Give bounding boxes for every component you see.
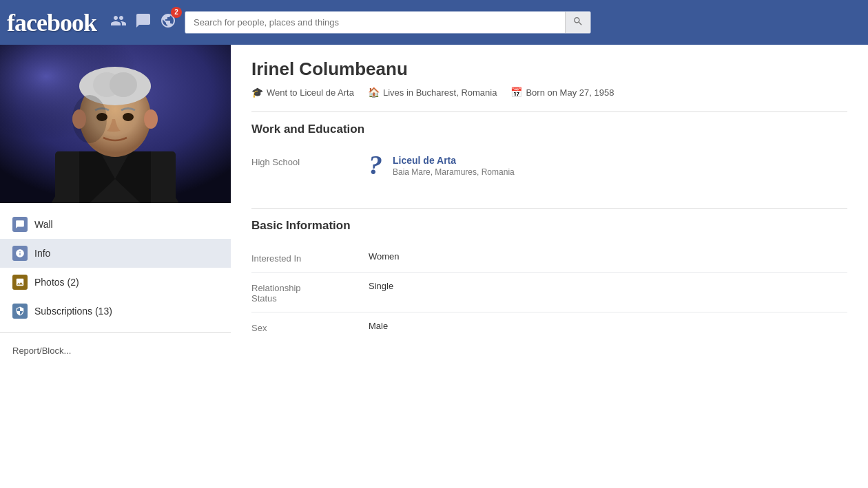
header: facebook 2 xyxy=(0,0,868,45)
school-location: Baia Mare, Maramures, Romania xyxy=(393,167,515,177)
svg-rect-3 xyxy=(55,151,176,203)
birthday-text: Born on May 27, 1958 xyxy=(526,87,614,98)
basic-information-section: Basic Information Interested In Women Re… xyxy=(251,219,847,341)
svg-point-15 xyxy=(72,95,107,143)
graduation-icon: 🎓 xyxy=(251,87,263,98)
sidebar-nav: Wall Info Photos (2) Subscriptions (13) xyxy=(0,203,231,368)
subscriptions-label: Subscriptions (13) xyxy=(34,306,112,317)
calendar-icon: 📅 xyxy=(510,87,522,98)
sidebar-item-photos[interactable]: Photos (2) xyxy=(0,268,231,297)
location-text: Lives in Bucharest, Romania xyxy=(383,87,497,98)
search-bar[interactable] xyxy=(185,11,591,34)
relationship-row: RelationshipStatus Single xyxy=(251,273,847,312)
relationship-label: RelationshipStatus xyxy=(251,281,355,304)
interested-in-row: Interested In Women xyxy=(251,243,847,273)
wall-icon xyxy=(12,217,28,232)
sex-label: Sex xyxy=(251,321,355,333)
work-education-title: Work and Education xyxy=(251,123,847,136)
school-info: Liceul de Arta Baia Mare, Maramures, Rom… xyxy=(393,155,515,177)
subscriptions-icon xyxy=(12,304,28,319)
notifications-globe-icon[interactable]: 2 xyxy=(160,12,176,33)
svg-point-12 xyxy=(123,113,134,121)
notification-count: 2 xyxy=(171,7,182,18)
sex-value: Male xyxy=(369,321,388,331)
profile-meta: 🎓 Went to Liceul de Arta 🏠 Lives in Buch… xyxy=(251,87,847,98)
basic-info-top-divider xyxy=(251,208,847,209)
work-education-section: Work and Education High School ? Liceul … xyxy=(251,123,847,191)
messages-icon[interactable] xyxy=(135,12,152,33)
photos-icon xyxy=(12,275,28,290)
high-school-label: High School xyxy=(251,155,355,167)
birthday-meta: 📅 Born on May 27, 1958 xyxy=(510,87,614,98)
sidebar-divider xyxy=(0,332,231,333)
sidebar-item-subscriptions[interactable]: Subscriptions (13) xyxy=(0,297,231,326)
education-text: Went to Liceul de Arta xyxy=(267,87,354,98)
header-divider xyxy=(251,112,847,112)
interested-in-label: Interested In xyxy=(251,251,355,264)
profile-photo xyxy=(0,45,231,203)
sidebar-item-wall[interactable]: Wall xyxy=(0,210,231,239)
education-meta: 🎓 Went to Liceul de Arta xyxy=(251,87,354,98)
search-input[interactable] xyxy=(185,12,565,33)
interested-in-value: Women xyxy=(369,251,400,262)
svg-point-14 xyxy=(144,109,158,129)
info-icon xyxy=(12,246,28,261)
main-content: Irinel Columbeanu 🎓 Went to Liceul de Ar… xyxy=(231,45,868,488)
location-meta: 🏠 Lives in Bucharest, Romania xyxy=(368,87,497,98)
sidebar-item-info[interactable]: Info xyxy=(0,239,231,268)
school-name[interactable]: Liceul de Arta xyxy=(393,155,515,166)
wall-label: Wall xyxy=(34,219,53,230)
sex-row: Sex Male xyxy=(251,312,847,341)
photos-label: Photos (2) xyxy=(34,277,79,288)
home-icon: 🏠 xyxy=(368,87,380,98)
basic-info-title: Basic Information xyxy=(251,219,847,233)
relationship-value: Single xyxy=(369,281,393,291)
search-button[interactable] xyxy=(565,12,590,33)
sidebar: Wall Info Photos (2) Subscriptions (13) xyxy=(0,45,231,488)
profile-header: Irinel Columbeanu 🎓 Went to Liceul de Ar… xyxy=(251,59,847,98)
facebook-logo: facebook xyxy=(7,8,96,37)
friends-icon[interactable] xyxy=(110,12,127,33)
high-school-row: High School ? Liceul de Arta Baia Mare, … xyxy=(251,147,847,191)
svg-point-10 xyxy=(110,72,137,97)
page-layout: Wall Info Photos (2) Subscriptions (13) xyxy=(0,45,868,488)
profile-name: Irinel Columbeanu xyxy=(251,59,847,80)
report-block-link[interactable]: Report/Block... xyxy=(0,340,231,361)
question-mark-icon: ? xyxy=(369,151,382,179)
info-label: Info xyxy=(34,248,50,259)
school-block: ? Liceul de Arta Baia Mare, Maramures, R… xyxy=(369,155,515,182)
